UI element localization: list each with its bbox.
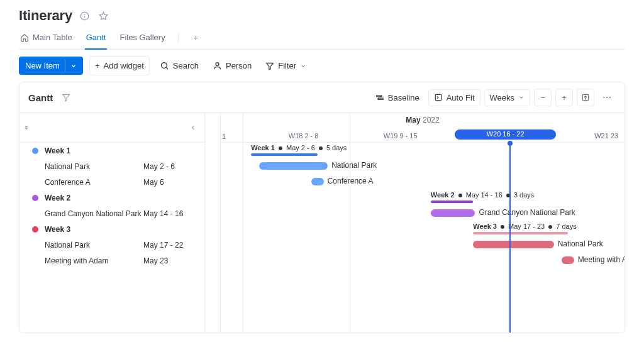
week-label: W19 9 - 15 xyxy=(384,132,418,140)
svg-point-2 xyxy=(84,14,85,14)
svg-point-14 xyxy=(603,97,604,98)
today-line xyxy=(509,143,511,333)
svg-point-4 xyxy=(161,63,167,69)
svg-marker-3 xyxy=(99,12,108,19)
task-date: May 2 - 6 xyxy=(143,162,175,171)
task-date: May 6 xyxy=(143,178,164,187)
plus-icon: + xyxy=(95,61,100,70)
export-button[interactable] xyxy=(577,89,594,106)
new-item-button[interactable]: New Item xyxy=(19,57,83,75)
svg-point-6 xyxy=(216,63,219,66)
tab-files-gallery[interactable]: Files Gallery xyxy=(118,28,166,50)
group-underline xyxy=(431,201,473,203)
person-filter-button[interactable]: Person xyxy=(209,57,255,75)
new-item-label: New Item xyxy=(25,61,60,70)
svg-rect-10 xyxy=(378,98,383,99)
task-row[interactable]: National Park May 2 - 6 xyxy=(19,158,204,174)
timeline-month: May 2022 xyxy=(221,116,625,124)
gantt-bar[interactable] xyxy=(431,209,475,217)
task-date: May 14 - 16 xyxy=(143,209,183,218)
person-icon xyxy=(213,61,222,70)
color-dot xyxy=(32,195,38,201)
gantt-timeline[interactable]: May 2022 1 W18 2 - 8W19 9 - 15W20 16 - 2… xyxy=(221,113,625,333)
person-label: Person xyxy=(226,61,252,70)
grid-line xyxy=(350,113,350,333)
group-underline xyxy=(251,153,318,156)
chevron-down-icon xyxy=(518,94,525,101)
collapse-rows-button[interactable] xyxy=(23,124,30,131)
gantt-bar[interactable] xyxy=(562,256,574,264)
svg-line-5 xyxy=(166,67,168,69)
tab-separator xyxy=(178,33,179,43)
today-dot-icon xyxy=(508,141,513,146)
current-week-pill: W20 16 - 22 xyxy=(455,129,556,140)
task-name: Grand Canyon National Park xyxy=(45,209,141,218)
filter-label: Filter xyxy=(278,61,296,70)
task-row[interactable]: Meeting with Adam May 23 xyxy=(19,253,204,268)
star-icon[interactable] xyxy=(96,9,110,23)
gantt-bar-label: National Park xyxy=(558,239,603,248)
gantt-bar[interactable] xyxy=(473,241,553,248)
baseline-icon xyxy=(375,93,384,102)
group-row-week1[interactable]: Week 1 xyxy=(19,143,204,158)
zoom-select[interactable]: Weeks xyxy=(484,89,531,106)
tab-label: Main Table xyxy=(33,33,72,42)
autofit-icon xyxy=(434,93,443,102)
view-title: Gantt xyxy=(28,92,53,103)
tab-label: Files Gallery xyxy=(119,33,165,42)
tab-gantt[interactable]: Gantt xyxy=(85,28,108,50)
svg-marker-7 xyxy=(267,63,274,70)
more-icon xyxy=(602,92,612,102)
group-name: Week 2 xyxy=(45,194,70,202)
svg-marker-8 xyxy=(63,94,70,101)
auto-fit-button[interactable]: Auto Fit xyxy=(428,89,480,106)
group-name: Week 1 xyxy=(45,146,70,155)
search-button[interactable]: Search xyxy=(156,57,203,75)
add-widget-label: Add widget xyxy=(104,61,144,70)
page-title: Itinerary xyxy=(19,8,72,24)
filter-button[interactable]: Filter xyxy=(262,57,310,75)
gantt-bar-label: National Park xyxy=(331,161,377,170)
task-name: Meeting with Adam xyxy=(45,256,108,265)
group-name: Week 3 xyxy=(45,225,70,234)
info-icon[interactable] xyxy=(77,9,91,23)
zoom-out-button[interactable]: − xyxy=(534,89,552,106)
task-row[interactable]: National Park May 17 - 22 xyxy=(19,237,204,253)
gantt-bar[interactable] xyxy=(311,178,323,185)
zoom-label: Weeks xyxy=(490,93,515,102)
baseline-button[interactable]: Baseline xyxy=(370,90,425,106)
search-label: Search xyxy=(173,61,199,70)
add-tab-button[interactable]: + xyxy=(190,28,203,49)
task-date: May 17 - 22 xyxy=(143,241,183,250)
group-summary-label: Week 1 May 2 - 6 5 days xyxy=(251,144,347,151)
task-name: National Park xyxy=(45,162,90,171)
tab-label: Gantt xyxy=(86,33,106,42)
zoom-in-button[interactable]: + xyxy=(555,89,573,106)
view-filter-icon[interactable] xyxy=(59,91,73,104)
filter-icon xyxy=(265,62,274,70)
tab-main-table[interactable]: Main Table xyxy=(19,28,74,50)
task-row[interactable]: Conference A May 6 xyxy=(19,174,204,190)
gantt-side-panel: Week 1 National Park May 2 - 6 Conferenc… xyxy=(19,113,205,333)
tab-bar: Main Table Gantt Files Gallery + xyxy=(19,28,625,50)
task-name: Conference A xyxy=(45,178,91,187)
more-button[interactable] xyxy=(598,89,616,106)
add-widget-button[interactable]: + Add widget xyxy=(89,56,150,75)
group-row-week2[interactable]: Week 2 xyxy=(19,190,204,206)
chevron-down-icon xyxy=(300,63,306,69)
group-summary-label: Week 3 May 17 - 23 7 days xyxy=(473,223,576,230)
chevron-down-icon xyxy=(70,63,77,69)
grid-line xyxy=(243,113,243,333)
group-underline xyxy=(473,232,568,234)
svg-point-15 xyxy=(606,97,608,98)
task-row[interactable]: Grand Canyon National Park May 14 - 16 xyxy=(19,206,204,221)
export-icon xyxy=(581,93,590,102)
gantt-bar-label: Conference A xyxy=(328,177,374,185)
gantt-bar-label: Meeting with Adam xyxy=(578,255,625,264)
svg-rect-9 xyxy=(377,96,382,97)
week-label: W18 2 - 8 xyxy=(289,132,319,140)
search-icon xyxy=(160,61,169,70)
group-row-week3[interactable]: Week 3 xyxy=(19,221,204,237)
side-collapse-icon[interactable] xyxy=(189,124,197,131)
gantt-bar[interactable] xyxy=(259,162,328,170)
